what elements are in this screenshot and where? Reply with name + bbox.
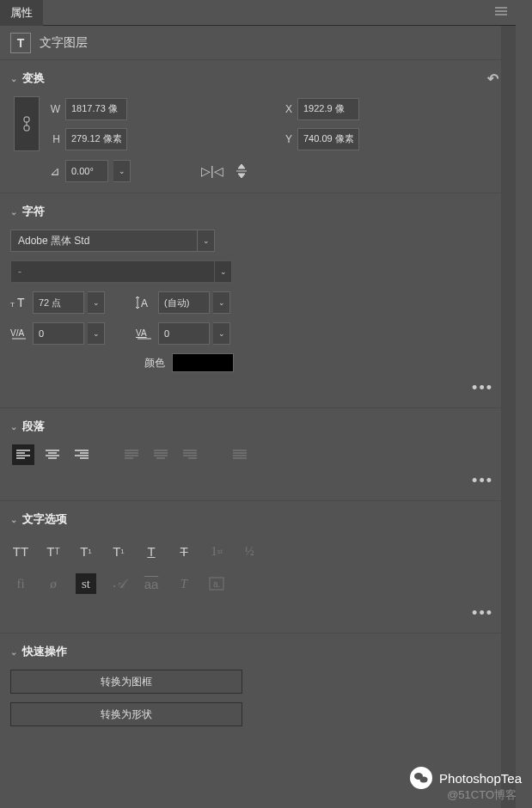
character-header[interactable]: ⌄ 字符 bbox=[10, 204, 505, 219]
all-caps-button[interactable]: TT bbox=[10, 541, 31, 561]
angle-dropdown[interactable]: ⌄ bbox=[113, 160, 131, 182]
text-options-title: 文字选项 bbox=[22, 511, 67, 527]
std-ligatures-button[interactable]: fi bbox=[10, 573, 31, 594]
watermark-text: PhotoshopTea bbox=[439, 771, 522, 786]
strikethrough-button[interactable]: T bbox=[174, 541, 194, 561]
tracking-dropdown[interactable]: ⌄ bbox=[88, 322, 105, 345]
svg-point-11 bbox=[420, 777, 428, 783]
svg-rect-1 bbox=[24, 125, 29, 131]
y-label: Y bbox=[280, 133, 292, 145]
justify-left-button[interactable] bbox=[120, 444, 143, 465]
chevron-down-icon: ⌄ bbox=[10, 422, 17, 432]
paragraph-title: 段落 bbox=[22, 419, 45, 434]
size-dropdown[interactable]: ⌄ bbox=[88, 291, 105, 314]
titling-alt-button[interactable]: T bbox=[174, 573, 194, 594]
quick-actions-title: 快速操作 bbox=[22, 644, 67, 659]
convert-to-shape-button[interactable]: 转换为形状 bbox=[10, 702, 242, 726]
alt-glyph-button[interactable]: a. bbox=[206, 573, 227, 594]
x-label: X bbox=[280, 103, 292, 115]
fractions-button[interactable]: ½ bbox=[239, 541, 260, 561]
superscript-button[interactable]: T1 bbox=[76, 541, 96, 561]
justify-center-button[interactable] bbox=[150, 444, 172, 465]
transform-header[interactable]: ⌄ 变换 ↶ bbox=[10, 70, 505, 86]
section-paragraph: ⌄ 段落 ••• bbox=[0, 408, 516, 501]
svg-text:VA: VA bbox=[136, 328, 147, 338]
watermark-sub: @51CTO博客 bbox=[447, 787, 517, 803]
svg-rect-0 bbox=[24, 117, 29, 122]
ordinals-button[interactable]: 1st bbox=[206, 541, 227, 561]
section-transform: ⌄ 变换 ↶ W X H Y bbox=[0, 60, 516, 193]
swash-button[interactable]: 𝒜 bbox=[108, 573, 129, 594]
more-options-icon[interactable]: ••• bbox=[10, 379, 505, 397]
angle-icon: ⊿ bbox=[50, 164, 60, 178]
quick-actions-header[interactable]: ⌄ 快速操作 bbox=[10, 644, 505, 659]
paragraph-header[interactable]: ⌄ 段落 bbox=[10, 419, 505, 434]
svg-text:V/A: V/A bbox=[10, 328, 24, 338]
small-caps-button[interactable]: TT bbox=[43, 541, 64, 561]
height-input[interactable] bbox=[65, 128, 127, 150]
svg-text:A: A bbox=[141, 297, 148, 309]
align-right-button[interactable] bbox=[70, 444, 93, 465]
layer-header: T 文字图层 bbox=[0, 26, 516, 60]
tracking-input[interactable] bbox=[33, 322, 84, 345]
layer-type-label: 文字图层 bbox=[40, 35, 88, 51]
svg-text:a.: a. bbox=[213, 579, 220, 589]
kerning-icon: VA bbox=[136, 327, 155, 340]
width-label: W bbox=[48, 103, 60, 115]
contextual-alt-button[interactable]: ø bbox=[43, 573, 64, 594]
font-dropdown[interactable]: ⌄ bbox=[198, 230, 215, 252]
height-label: H bbox=[48, 133, 60, 145]
link-dimensions-button[interactable] bbox=[14, 96, 40, 151]
y-input[interactable] bbox=[297, 128, 359, 150]
svg-text:T: T bbox=[17, 297, 25, 309]
tracking-icon: V/A bbox=[10, 327, 29, 340]
section-quick-actions: ⌄ 快速操作 转换为图框 转换为形状 bbox=[0, 634, 516, 745]
justify-right-button[interactable] bbox=[179, 444, 201, 465]
width-input[interactable] bbox=[65, 98, 127, 120]
chevron-down-icon: ⌄ bbox=[10, 515, 17, 524]
color-swatch[interactable] bbox=[172, 353, 234, 372]
chevron-down-icon: ⌄ bbox=[10, 74, 17, 83]
wechat-icon bbox=[410, 767, 432, 789]
font-family-input[interactable] bbox=[10, 230, 198, 252]
leading-input[interactable] bbox=[158, 291, 210, 314]
color-label: 颜色 bbox=[144, 356, 165, 370]
tab-bar: 属性 bbox=[0, 0, 516, 26]
align-left-button[interactable] bbox=[12, 444, 34, 465]
stylistic-alt-button[interactable]: aa bbox=[141, 573, 162, 594]
transform-title: 变换 bbox=[22, 70, 45, 86]
reset-icon[interactable]: ↶ bbox=[487, 70, 498, 87]
leading-dropdown[interactable]: ⌄ bbox=[213, 291, 230, 314]
justify-all-button[interactable] bbox=[229, 444, 251, 465]
properties-panel: 属性 T 文字图层 ⌄ 变换 ↶ W X H bbox=[0, 0, 516, 808]
panel-menu-icon[interactable] bbox=[495, 7, 507, 15]
align-center-button[interactable] bbox=[41, 444, 64, 465]
section-character: ⌄ 字符 ⌄ ⌄ TT ⌄ A bbox=[0, 193, 516, 408]
chevron-down-icon: ⌄ bbox=[10, 207, 17, 217]
more-options-icon[interactable]: ••• bbox=[10, 604, 505, 622]
scrollbar[interactable] bbox=[501, 26, 516, 808]
watermark: PhotoshopTea bbox=[410, 767, 522, 789]
kerning-input[interactable] bbox=[158, 322, 210, 345]
more-options-icon[interactable]: ••• bbox=[10, 472, 505, 490]
section-text-options: ⌄ 文字选项 TT TT T1 T1 T T 1st ½ fi ø st 𝒜 a… bbox=[0, 501, 516, 634]
font-size-input[interactable] bbox=[33, 291, 84, 314]
x-input[interactable] bbox=[297, 98, 359, 120]
angle-input[interactable] bbox=[65, 160, 108, 182]
text-options-header[interactable]: ⌄ 文字选项 bbox=[10, 511, 505, 527]
font-style-input[interactable] bbox=[10, 260, 215, 283]
discretionary-lig-button[interactable]: st bbox=[76, 573, 96, 594]
type-layer-badge: T bbox=[10, 33, 31, 53]
convert-to-frame-button[interactable]: 转换为图框 bbox=[10, 670, 242, 694]
tab-properties[interactable]: 属性 bbox=[0, 0, 43, 26]
font-size-icon: TT bbox=[10, 297, 29, 309]
flip-vertical-icon[interactable] bbox=[235, 164, 248, 178]
flip-horizontal-icon[interactable]: ▷|◁ bbox=[201, 164, 223, 178]
svg-text:T: T bbox=[10, 301, 15, 309]
kerning-dropdown[interactable]: ⌄ bbox=[213, 322, 230, 345]
leading-icon: A bbox=[136, 296, 155, 309]
style-dropdown[interactable]: ⌄ bbox=[215, 260, 232, 283]
character-title: 字符 bbox=[22, 204, 45, 219]
underline-button[interactable]: T bbox=[141, 541, 162, 561]
subscript-button[interactable]: T1 bbox=[108, 541, 129, 561]
